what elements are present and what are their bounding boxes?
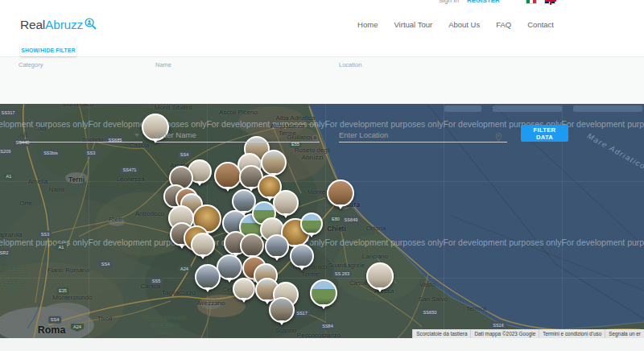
name-label: Name (155, 61, 171, 68)
map-photo-marker[interactable] (366, 262, 394, 290)
nav-item-virtual-tour[interactable]: Virtual Tour (394, 20, 432, 29)
road-badge: SS650 (421, 309, 439, 316)
map-city-label: Tagliacozzo (162, 290, 196, 297)
dev-watermark: For development purposes only (324, 237, 443, 247)
road-badge: SS5 (150, 278, 163, 285)
brand-logo[interactable]: RealAbruzz (20, 16, 97, 34)
name-input[interactable]: Enter Name (155, 130, 196, 139)
nav-item-home[interactable]: Home (357, 20, 378, 29)
map-attribution-link[interactable]: Scorciatoie da tastiera (412, 329, 470, 338)
main-nav: HomeVirtual TourAbout UsFAQContact (357, 20, 554, 29)
road-badge: SS448 (14, 139, 31, 147)
map-city-label: Cascia (130, 142, 149, 150)
map-photo-marker[interactable] (300, 213, 323, 235)
map-photo-marker[interactable] (310, 279, 337, 307)
sign-in-link[interactable]: Sign In (439, 0, 459, 4)
road-badge: SS84 (320, 323, 336, 330)
map-city-label: Vasto (419, 282, 436, 289)
dev-watermark: For development purposes only (561, 119, 644, 129)
dev-watermark-fragment (493, 105, 562, 112)
chevron-down-icon[interactable] (134, 134, 139, 137)
nav-item-contact[interactable]: Contact (527, 20, 554, 29)
road-badge: E80 (330, 216, 342, 223)
map-city-label: Antrodoco (135, 211, 164, 218)
map-city-label: Alba Adriatica (276, 115, 316, 122)
dev-watermark-fragment (444, 105, 481, 112)
road-badge: SS317 (0, 109, 17, 117)
map-photo-marker[interactable] (261, 150, 287, 176)
nav-item-about-us[interactable]: About Us (448, 20, 480, 29)
road-badge: SS3 (39, 231, 52, 238)
category-select[interactable]: All (19, 130, 27, 139)
map-city-label: San Salvo (419, 296, 448, 304)
map-city-label: Leonessa (117, 176, 145, 184)
filter-panel: Category All Name Enter Name Location En… (0, 56, 644, 104)
map-photo-marker[interactable] (290, 244, 314, 268)
map-city-label: Roseto degli Abruzzi (295, 147, 330, 162)
map-photo-marker[interactable] (191, 233, 215, 257)
location-pin-icon[interactable] (495, 130, 502, 145)
road-badge: E35 (57, 287, 69, 295)
map-city-label: Orte (19, 200, 32, 208)
map-city-label: Todi (35, 126, 47, 133)
map-city-label: Lanciano (362, 254, 388, 261)
map-photo-marker[interactable] (265, 234, 289, 258)
road-badge: SS649 (342, 217, 360, 224)
uk-flag-icon[interactable] (544, 0, 555, 4)
map-city-label: Roma (38, 325, 66, 337)
map-photo-marker[interactable] (240, 233, 264, 258)
show-hide-filter-toggle[interactable]: SHOW/HIDE FILTER (20, 44, 76, 56)
map-photo-marker[interactable] (214, 162, 242, 189)
road-badge: SS4 (99, 261, 112, 268)
dev-watermark: For development purposes only (443, 237, 561, 247)
dev-watermark: For development purposes only (324, 119, 443, 129)
map-photo-marker[interactable] (327, 180, 354, 207)
map-tile-gridline (0, 181, 644, 182)
map-photo-marker[interactable] (195, 264, 221, 290)
location-label: Location (339, 61, 361, 68)
road-badge: SS209 (0, 148, 13, 155)
italian-flag-icon[interactable] (526, 0, 537, 4)
map-attribution-link[interactable]: Segnala un er (605, 329, 644, 338)
road-badge: SS685 (106, 137, 124, 144)
brand-name-dark: Real (20, 18, 45, 32)
location-input[interactable]: Enter Location (339, 130, 388, 139)
road-badge: SS3bis (42, 150, 60, 157)
road-badge: SS16 (491, 322, 506, 329)
register-link[interactable]: REGISTER (467, 0, 500, 4)
map-city-label: Fiano Romano (47, 267, 89, 275)
map-city-label: Monte (308, 189, 325, 196)
road-badge: SS17 (295, 310, 310, 317)
road-badge: SS471 (121, 167, 138, 174)
road-badge: SS4 (48, 316, 61, 324)
map-city-label: Casoli (349, 280, 367, 287)
map-photo-marker[interactable] (269, 297, 295, 323)
map-city-label: Ascoli Piceno (219, 109, 258, 117)
search-icon[interactable] (312, 131, 320, 146)
map-city-label: Terni (68, 176, 85, 184)
filter-data-button[interactable]: FILTER DATA (521, 125, 568, 142)
nav-item-faq[interactable]: FAQ (496, 20, 511, 29)
road-badge: SS4 (178, 151, 191, 159)
map-city-label: Monterotondo (52, 295, 92, 302)
map-attribution-link[interactable]: Dati mappa ©2023 Google (470, 329, 539, 338)
location-field: Location (339, 61, 361, 68)
category-label: Category (19, 61, 43, 68)
topbar: Sign In REGISTER (0, 0, 644, 6)
map-photo-marker[interactable] (273, 190, 299, 216)
map-photo-marker[interactable] (233, 278, 255, 300)
map-attribution-link[interactable]: Termini e condizioni d'uso (539, 329, 605, 338)
dev-watermark-fragment (573, 105, 642, 112)
road-badge: SR2 (0, 250, 10, 257)
map-park-label: Parco Naturale Regionale Monti Simbruini (145, 315, 187, 338)
page: Sign In REGISTER RealAbruzz HomeVirtual … (0, 0, 644, 351)
map-city-label: Termoli (466, 306, 487, 313)
map-city-label: Chieti (327, 225, 346, 233)
dev-watermark: For development purposes only (0, 237, 89, 247)
road-badge: SS 263 (332, 270, 351, 278)
map-park-label: o Naturale egionale di acciano artignano (0, 265, 28, 294)
map-city-label: Ortona (366, 225, 386, 233)
header: Sign In REGISTER RealAbruzz HomeVirtual … (0, 0, 644, 56)
map-city-label: Spoleto (81, 137, 103, 144)
map-city-label: Pescocostanzo (297, 332, 341, 338)
